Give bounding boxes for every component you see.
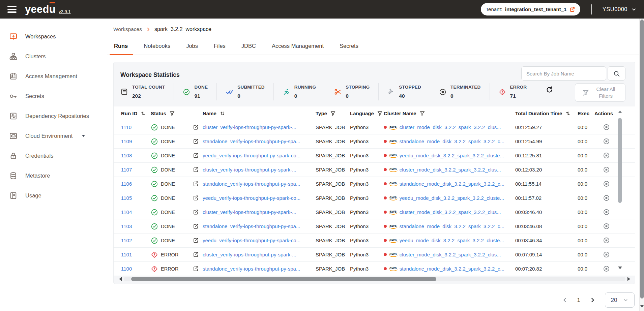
version-link[interactable]: v2.9.1	[59, 9, 70, 14]
tab-files[interactable]: Files	[213, 41, 226, 55]
run-name-link[interactable]: cluster_verify-iops-throughput-py-spark-…	[203, 167, 316, 173]
run-id-link[interactable]: 1100	[121, 266, 151, 272]
run-id-link[interactable]: 1102	[121, 238, 151, 243]
cluster-name-link[interactable]: standalone_mode_disk_3.2.2_spark_3.2.2_c…	[400, 138, 504, 144]
stop-run-icon[interactable]	[594, 209, 618, 216]
run-name-link[interactable]: cluster_verify-iops-throughput-py-spark-…	[203, 124, 316, 130]
external-link-icon[interactable]	[188, 181, 203, 187]
stop-run-icon[interactable]	[594, 166, 618, 173]
sidebar-item-workspaces[interactable]: Workspaces	[0, 27, 107, 46]
tab-jdbc[interactable]: JDBC	[241, 41, 257, 55]
run-id-link[interactable]: 1108	[121, 153, 151, 158]
sidebar-item-clusters[interactable]: Clusters	[0, 46, 107, 66]
sidebar-item-dependency-repositories[interactable]: Dependency Repositories	[0, 106, 107, 126]
sidebar-item-usage[interactable]: Usage	[0, 186, 107, 206]
run-name-link[interactable]: yeedu_verify-iops-throughput-py-spark-co…	[203, 238, 316, 243]
stop-run-icon[interactable]	[594, 138, 618, 145]
sidebar-item-cloud-environment[interactable]: Cloud Environment	[0, 126, 107, 146]
tab-notebooks[interactable]: Notebooks	[143, 41, 171, 55]
run-id-link[interactable]: 1110	[121, 124, 151, 130]
run-id-link[interactable]: 1105	[121, 195, 151, 201]
column-header-language[interactable]: Language	[350, 111, 384, 116]
external-link-icon[interactable]	[188, 266, 203, 272]
tenant-pill[interactable]: Tenant: integration_test_tenant_1	[481, 3, 581, 15]
table-vertical-scrollbar[interactable]	[618, 109, 622, 271]
external-link-icon[interactable]	[569, 6, 575, 12]
cluster-name-link[interactable]: standalone_mode_disk_3.2.2_spark_3.2.2_c…	[400, 223, 504, 229]
external-link-icon[interactable]	[188, 251, 203, 258]
external-link-icon[interactable]	[188, 209, 203, 215]
column-header-run-id[interactable]: Run ID	[121, 111, 151, 116]
clear-all-filters-button[interactable]: Clear All Filters	[575, 83, 625, 102]
stop-run-icon[interactable]	[594, 180, 618, 187]
run-id-link[interactable]: 1106	[121, 181, 151, 187]
scroll-down-icon[interactable]	[618, 267, 622, 271]
column-header-type[interactable]: Type	[316, 111, 350, 116]
page-size-select[interactable]: 20	[605, 292, 635, 308]
filter-icon[interactable]	[169, 111, 175, 116]
external-link-icon[interactable]	[188, 166, 203, 173]
table-horizontal-scrollbar[interactable]	[114, 276, 635, 281]
run-id-link[interactable]: 1107	[121, 167, 151, 173]
page-vertical-scrollbar[interactable]	[639, 19, 644, 311]
stop-run-icon[interactable]	[594, 194, 618, 201]
run-name-link[interactable]: cluster_verify-iops-throughput-py-spark-…	[203, 209, 316, 215]
run-name-link[interactable]: standalone_verify-iops-throughput-py-spa…	[203, 138, 316, 144]
refresh-icon[interactable]	[546, 86, 553, 94]
cluster-name-link[interactable]: yeedu_mode_disk_3.2.2_spark_3.2.2_cluste…	[400, 238, 504, 243]
run-name-link[interactable]: cluster_verify-iops-throughput-py-spark-…	[203, 252, 316, 257]
run-name-link[interactable]: standalone_verify-iops-throughput-py-spa…	[203, 181, 316, 187]
tab-runs[interactable]: Runs	[113, 41, 128, 55]
table-scrollbar-thumb[interactable]	[618, 118, 622, 203]
page-scroll-down-icon[interactable]	[640, 305, 644, 309]
scroll-right-icon[interactable]	[627, 277, 632, 281]
stop-run-icon[interactable]	[594, 223, 618, 230]
stop-run-icon[interactable]	[594, 265, 618, 272]
page-scrollbar-thumb[interactable]	[640, 20, 644, 299]
column-header-cluster-name[interactable]: Cluster Name	[384, 111, 515, 116]
run-name-link[interactable]: standalone_verify-iops-throughput-py-spa…	[203, 266, 316, 272]
sidebar-item-access-management[interactable]: Access Management	[0, 66, 107, 86]
run-id-link[interactable]: 1104	[121, 209, 151, 215]
filter-icon[interactable]	[377, 111, 383, 116]
page-next-icon[interactable]	[589, 297, 596, 303]
stop-run-icon[interactable]	[594, 152, 618, 159]
external-link-icon[interactable]	[188, 124, 203, 130]
breadcrumb-root[interactable]: Workspaces	[113, 26, 142, 32]
hscroll-track[interactable]	[124, 277, 625, 281]
filter-icon[interactable]	[330, 111, 336, 116]
run-name-link[interactable]: yeedu_verify-iops-throughput-py-spark-co…	[203, 195, 316, 201]
user-menu[interactable]: YSU0000	[603, 6, 637, 12]
sort-icon[interactable]	[565, 111, 571, 116]
tab-access-management[interactable]: Access Management	[271, 41, 324, 55]
external-link-icon[interactable]	[188, 237, 203, 244]
cluster-name-link[interactable]: cluster_mode_disk_3.2.2_spark_3.2.2_clus…	[400, 124, 501, 130]
search-input[interactable]	[521, 66, 606, 81]
sidebar-item-secrets[interactable]: Secrets	[0, 86, 107, 106]
external-link-icon[interactable]	[188, 195, 203, 201]
column-header-name[interactable]: Name	[203, 111, 316, 116]
sidebar-item-metastore[interactable]: Metastore	[0, 166, 107, 186]
cluster-name-link[interactable]: standalone_mode_disk_3.2.2_spark_3.2.2_c…	[400, 266, 504, 272]
run-id-link[interactable]: 1103	[121, 223, 151, 229]
external-link-icon[interactable]	[188, 152, 203, 159]
column-header-total-duration-time[interactable]: Total Duration Time	[515, 111, 578, 116]
page-prev-icon[interactable]	[562, 297, 568, 303]
run-name-link[interactable]: yeedu_verify-iops-throughput-py-spark-co…	[203, 153, 316, 158]
search-button[interactable]	[608, 66, 625, 81]
cluster-name-link[interactable]: standalone_mode_disk_3.2.2_spark_3.2.2_c…	[400, 181, 504, 187]
app-logo[interactable]: yeedu v2.9.1	[25, 4, 71, 14]
run-name-link[interactable]: standalone_verify-iops-throughput-py-spa…	[203, 223, 316, 229]
sort-icon[interactable]	[219, 111, 225, 116]
menu-icon[interactable]	[7, 6, 17, 13]
cluster-name-link[interactable]: cluster_mode_disk_3.2.2_spark_3.2.2_clus…	[400, 252, 501, 257]
tab-jobs[interactable]: Jobs	[185, 41, 199, 55]
external-link-icon[interactable]	[188, 138, 203, 145]
cluster-name-link[interactable]: cluster_mode_disk_3.2.2_spark_3.2.2_clus…	[400, 209, 501, 215]
stop-run-icon[interactable]	[594, 237, 618, 244]
run-id-link[interactable]: 1109	[121, 138, 151, 144]
run-id-link[interactable]: 1101	[121, 252, 151, 257]
scroll-up-icon[interactable]	[618, 108, 622, 113]
sort-icon[interactable]	[140, 111, 146, 116]
hscroll-thumb[interactable]	[131, 277, 436, 281]
